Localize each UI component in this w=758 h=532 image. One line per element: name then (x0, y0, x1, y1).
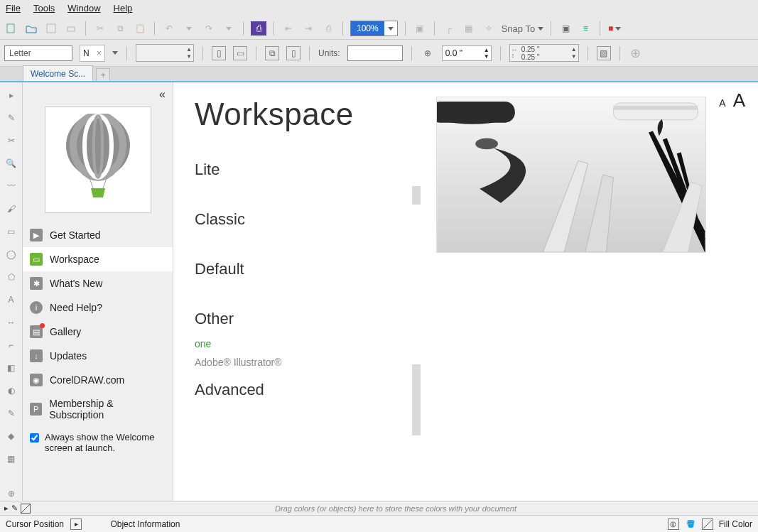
no-fill-swatch[interactable] (702, 519, 713, 530)
text-tool[interactable]: A (4, 293, 18, 307)
transparency-tool[interactable]: ◐ (4, 384, 18, 398)
nudge-distance-field[interactable]: 0.0 " ▲ ▼ (442, 45, 492, 61)
svg-rect-10 (613, 103, 698, 120)
workspace-option-one[interactable]: one (195, 338, 429, 349)
proof-colors-icon[interactable]: ◎ (668, 519, 679, 530)
import-button[interactable]: ⇤ (281, 21, 296, 36)
fill-color-label[interactable]: Fill Color (719, 519, 752, 529)
welcome-screen-tab[interactable]: Welcome Sc... (23, 65, 93, 81)
show-grid-button[interactable]: ▦ (462, 21, 476, 36)
sidebar-item-updates[interactable]: ↓ Updates (23, 344, 173, 368)
copy-button[interactable]: ⧉ (113, 21, 127, 36)
welcome-content: A A Workspace Lite Classic Default Other… (173, 82, 758, 501)
zoom-tool[interactable]: 🔍 (4, 156, 18, 170)
menu-help[interactable]: Help (114, 3, 133, 13)
connector-tool[interactable]: ⌐ (4, 338, 18, 352)
show-guidelines-button[interactable]: ✧ (482, 21, 496, 36)
fill-bucket-icon[interactable]: 🪣 (685, 519, 696, 530)
menu-window[interactable]: Window (67, 3, 100, 13)
workspace-option-classic[interactable]: Classic (195, 210, 429, 229)
play-icon: ▶ (30, 229, 43, 241)
object-information-section[interactable]: Object Information (110, 519, 180, 529)
app-launcher-button[interactable]: ≡ (578, 21, 592, 36)
color-eyedropper-tool[interactable]: ✎ (4, 406, 18, 420)
sidebar-item-need-help[interactable]: i Need Help? (23, 295, 173, 320)
new-doc-button[interactable] (4, 21, 18, 36)
new-document-tab-button[interactable]: + (96, 68, 110, 81)
add-preset-button[interactable]: ⊕ (629, 46, 643, 60)
ellipse-tool[interactable]: ◯ (4, 247, 18, 261)
sidebar-item-get-started[interactable]: ▶ Get Started (23, 223, 173, 247)
sidebar-item-whats-new[interactable]: ✱ What's New (23, 271, 173, 295)
options-button[interactable]: ▣ (558, 21, 573, 36)
workspace-option-illustrator[interactable]: Adobe® Illustrator® (195, 357, 429, 368)
sidebar-item-membership[interactable]: P Membership & Subscription (23, 392, 173, 426)
all-pages-button[interactable]: ⧉ (265, 46, 279, 60)
svg-point-9 (475, 138, 498, 149)
search-content-button[interactable]: ⎙ (251, 21, 266, 36)
crop-tool[interactable]: ✂ (4, 134, 18, 148)
inline-floating-tab[interactable]: N× (80, 45, 105, 62)
landscape-button[interactable]: ▭ (233, 46, 247, 60)
property-bar: Letter N× ▲ ▼ ▯ ▭ ⧉ ▯ Units: ⊕ 0.0 " ▲ ▼… (0, 40, 758, 67)
polygon-tool[interactable]: ⬠ (4, 270, 18, 284)
units-select[interactable] (347, 45, 403, 61)
print-button[interactable] (64, 21, 78, 36)
show-rulers-button[interactable]: ┌ (442, 21, 456, 36)
rectangle-tool[interactable]: ▭ (4, 224, 18, 239)
cursor-position-flyout-icon[interactable]: ▸ (70, 519, 82, 530)
star-icon: ✱ (30, 277, 43, 290)
sidebar-item-gallery[interactable]: ▤ Gallery (23, 320, 173, 344)
save-button[interactable] (44, 21, 58, 36)
palette-flyout-icon[interactable]: ▸ (4, 504, 9, 514)
welcome-screen-button[interactable]: ■ (607, 21, 622, 36)
current-page-button[interactable]: ▯ (286, 46, 301, 60)
scrollbar-thumb[interactable] (412, 186, 421, 205)
page-width-height-fields[interactable]: ▲ ▼ (136, 44, 194, 62)
zoom-level-select[interactable]: 100% (350, 21, 398, 36)
sidebar-item-label: Membership & Subscription (49, 398, 166, 420)
shape-tool[interactable]: ✎ (4, 111, 18, 125)
smart-fill-tool[interactable]: ▦ (4, 452, 18, 466)
portrait-button[interactable]: ▯ (212, 46, 226, 60)
redo-button[interactable]: ↷ (202, 21, 216, 36)
paste-button[interactable]: 📋 (133, 21, 147, 36)
freehand-tool[interactable]: 〰 (4, 179, 18, 193)
pick-tool[interactable]: ▸ (4, 88, 18, 102)
no-color-swatch[interactable] (21, 504, 31, 514)
eyedropper-icon[interactable]: ✎ (11, 504, 18, 514)
sidebar-item-workspace[interactable]: ▭ Workspace (23, 247, 173, 271)
duplicate-distance-fields[interactable]: 0.25 "0.25 " ↔ ↕ ▲ ▼ (509, 44, 579, 62)
page-size-select[interactable]: Letter (4, 45, 72, 61)
snap-to-dropdown[interactable]: Snap To (502, 23, 543, 34)
artistic-media-tool[interactable]: 🖌 (4, 202, 18, 216)
parallel-dimension-tool[interactable]: ↔ (4, 315, 18, 330)
menu-file[interactable]: File (6, 3, 21, 13)
cut-button[interactable]: ✂ (93, 21, 107, 36)
fullscreen-button[interactable]: ▣ (413, 21, 427, 36)
quick-customize-button[interactable]: ⊕ (4, 487, 18, 501)
page-size-dropdown-icon[interactable] (112, 51, 118, 55)
redo-dropdown[interactable] (222, 21, 236, 36)
workspace-option-lite[interactable]: Lite (195, 161, 429, 179)
always-show-welcome-checkbox[interactable] (30, 433, 39, 443)
sidebar-item-coreldraw-com[interactable]: ◉ CorelDRAW.com (23, 368, 173, 392)
interactive-fill-tool[interactable]: ◆ (4, 429, 18, 443)
undo-button[interactable]: ↶ (162, 21, 176, 36)
welcome-sidebar: « ▶ Get Started ▭ Workspace ✱ What's New (23, 82, 173, 501)
workspace-option-default[interactable]: Default (195, 260, 429, 278)
open-doc-button[interactable] (24, 21, 38, 36)
collapse-sidebar-button[interactable]: « (23, 82, 173, 101)
publish-pdf-button[interactable]: ⎙ (321, 21, 335, 36)
cursor-position-section[interactable]: Cursor Position ▸ (6, 519, 82, 530)
menu-tools[interactable]: Tools (33, 3, 55, 13)
sidebar-item-label: CorelDRAW.com (50, 374, 124, 386)
document-palette-hint: Drag colors (or objects) here to store t… (38, 504, 754, 513)
scrollbar-thumb[interactable] (412, 364, 421, 435)
drop-shadow-tool[interactable]: ◧ (4, 361, 18, 375)
undo-dropdown[interactable] (182, 21, 196, 36)
treat-as-filled-button[interactable]: ▧ (597, 46, 611, 60)
sidebar-item-label: Updates (50, 350, 87, 362)
export-button[interactable]: ⇥ (301, 21, 315, 36)
document-palette[interactable]: ▸ ✎ Drag colors (or objects) here to sto… (0, 501, 758, 515)
